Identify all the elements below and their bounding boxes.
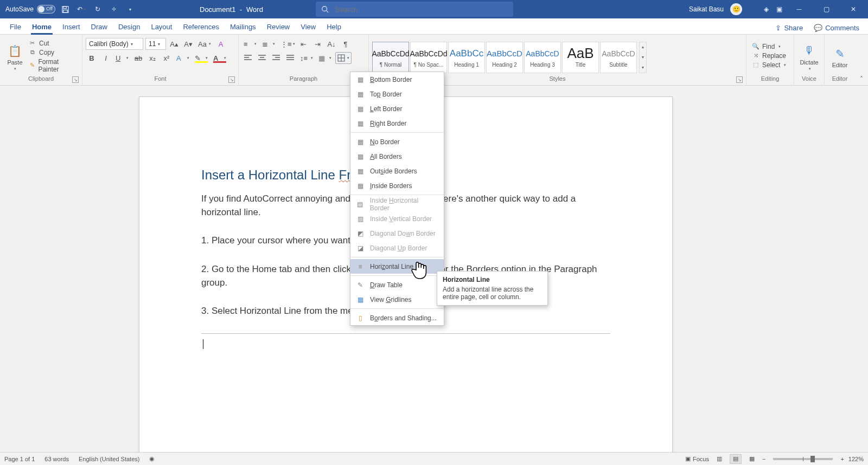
undo-icon[interactable]: ↶▾ [77, 5, 86, 14]
font-size-combo[interactable]: 11▾ [145, 38, 166, 50]
justify-button[interactable] [284, 52, 296, 64]
copy-button[interactable]: ⧉Copy [29, 49, 76, 56]
quick-access-toolbar: ↶▾ ↻ ✧ ▾ [61, 5, 135, 14]
decrease-indent-button[interactable]: ⇤ [297, 38, 309, 50]
share-button[interactable]: ⇪Share [771, 22, 807, 34]
user-avatar[interactable]: 🙂 [730, 3, 742, 15]
autosave-state: Off [46, 6, 53, 11]
increase-font-icon[interactable]: A▴ [168, 38, 180, 50]
italic-button[interactable]: I [100, 52, 112, 64]
collapse-ribbon-icon[interactable]: ˄ [860, 75, 863, 83]
find-button[interactable]: 🔍Find▾ [752, 43, 786, 50]
menu-bottom-border[interactable]: ▦Bottom Border [350, 72, 444, 86]
tab-help[interactable]: Help [321, 20, 347, 34]
bullets-button[interactable]: ≡▾ [242, 38, 258, 50]
qat-dropdown-icon[interactable]: ▾ [126, 5, 135, 14]
sort-button[interactable]: A↓ [326, 38, 337, 50]
window-title: Document1 - Word [200, 0, 263, 18]
svg-rect-2 [63, 10, 67, 12]
tab-layout[interactable]: Layout [145, 20, 177, 34]
tab-mailings[interactable]: Mailings [225, 20, 261, 34]
dictate-button[interactable]: 🎙Dictate▾ [797, 37, 821, 75]
style-normal[interactable]: AaBbCcDd¶ Normal [372, 42, 409, 73]
font-color-button[interactable]: A▾ [212, 52, 228, 64]
group-label: Editing [761, 75, 780, 82]
change-case-button[interactable]: Aa▾ [196, 38, 213, 50]
brush-icon: ✎ [29, 62, 35, 69]
close-button[interactable]: ✕ [842, 0, 865, 18]
group-label: Clipboard [28, 75, 54, 82]
dialog-launcher-icon[interactable]: ↘ [736, 76, 743, 83]
style-nospacing[interactable]: AaBbCcDd¶ No Spac... [410, 42, 447, 73]
decrease-font-icon[interactable]: A▾ [182, 38, 194, 50]
numbering-button[interactable]: ≣▾ [260, 38, 277, 50]
group-label: Paragraph [290, 75, 317, 82]
diamond-icon[interactable]: ◈ [762, 5, 770, 14]
border-icon: ▦ [356, 75, 365, 84]
save-icon[interactable] [61, 5, 69, 14]
align-right-button[interactable] [270, 52, 282, 64]
line-spacing-button[interactable]: ↕≡▾ [298, 52, 315, 64]
tab-view[interactable]: View [295, 20, 321, 34]
style-subtitle[interactable]: AaBbCcDSubtitle [600, 42, 637, 73]
paste-button[interactable]: 📋 Paste ▾ [3, 37, 27, 75]
search-icon [321, 5, 329, 13]
style-heading1[interactable]: AaBbCcHeading 1 [448, 42, 485, 73]
tab-file[interactable]: File [4, 20, 27, 34]
shading-button[interactable]: ▦▾ [317, 52, 333, 64]
show-marks-button[interactable]: ¶ [340, 38, 352, 50]
group-voice: 🎙Dictate▾ Voice [794, 35, 825, 85]
group-clipboard: 📋 Paste ▾ ✂Cut ⧉Copy ✎Format Painter Cli… [0, 35, 82, 85]
tab-design[interactable]: Design [113, 20, 145, 34]
minimize-button[interactable]: ─ [788, 0, 810, 18]
clipboard-icon: 📋 [8, 44, 22, 58]
style-heading2[interactable]: AaBbCcDHeading 2 [486, 42, 523, 73]
search-box[interactable] [316, 2, 513, 17]
style-heading3[interactable]: AaBbCcDHeading 3 [524, 42, 561, 73]
comment-icon: 💬 [814, 24, 822, 32]
comments-button[interactable]: 💬Comments [809, 22, 864, 34]
align-center-button[interactable] [256, 52, 268, 64]
highlight-button[interactable]: ✎▾ [193, 52, 209, 64]
dialog-launcher-icon[interactable]: ↘ [72, 76, 79, 83]
autosave-label: AutoSave [5, 5, 34, 13]
redo-icon[interactable]: ↻ [93, 5, 102, 14]
bold-button[interactable]: B [86, 52, 98, 64]
editor-button[interactable]: ✎Editor [828, 37, 852, 75]
maximize-button[interactable]: ▢ [815, 0, 838, 18]
underline-button[interactable]: U▾ [114, 52, 130, 64]
tab-insert[interactable]: Insert [57, 20, 86, 34]
strikethrough-button[interactable]: ab [132, 52, 144, 64]
microphone-icon: 🎙 [802, 44, 816, 58]
subscript-button[interactable]: x₂ [146, 52, 158, 64]
scissors-icon: ✂ [29, 40, 36, 47]
dialog-launcher-icon[interactable]: ↘ [228, 76, 235, 83]
doc-name: Document1 [200, 5, 235, 14]
styles-gallery[interactable]: AaBbCcDd¶ Normal AaBbCcDd¶ No Spac... Aa… [372, 37, 647, 75]
style-title[interactable]: AaBTitle [562, 42, 599, 73]
ribbon-display-icon[interactable]: ▣ [775, 5, 783, 14]
borders-button[interactable]: ▾ [335, 52, 352, 64]
autosave-toggle[interactable]: AutoSave Off [5, 5, 55, 14]
text-effects-button[interactable]: A▾ [175, 52, 191, 64]
group-label: Voice [802, 75, 816, 82]
increase-indent-button[interactable]: ⇥ [311, 38, 323, 50]
superscript-button[interactable]: x² [161, 52, 173, 64]
gallery-scroll[interactable]: ▴▾▾ [639, 42, 647, 73]
search-input[interactable] [334, 5, 508, 14]
format-painter-button[interactable]: ✎Format Painter [29, 58, 76, 73]
touch-mode-icon[interactable]: ✧ [110, 5, 118, 14]
align-left-button[interactable] [242, 52, 254, 64]
clear-formatting-icon[interactable]: A [215, 38, 227, 50]
user-name[interactable]: Saikat Basu [689, 5, 724, 13]
cut-button[interactable]: ✂Cut [29, 40, 76, 47]
font-name-combo[interactable]: Calibri (Body)▾ [86, 38, 143, 50]
tab-review[interactable]: Review [261, 20, 296, 34]
tab-home[interactable]: Home [27, 20, 57, 34]
title-bar: AutoSave Off ↶▾ ↻ ✧ ▾ Document1 - Word S… [0, 0, 868, 18]
tab-draw[interactable]: Draw [86, 20, 113, 34]
multilevel-list-button[interactable]: ⋮≡▾ [279, 38, 295, 50]
select-button[interactable]: ⬚Select▾ [752, 61, 786, 69]
replace-button[interactable]: ⤭Replace [752, 52, 786, 60]
tab-references[interactable]: References [177, 20, 224, 34]
